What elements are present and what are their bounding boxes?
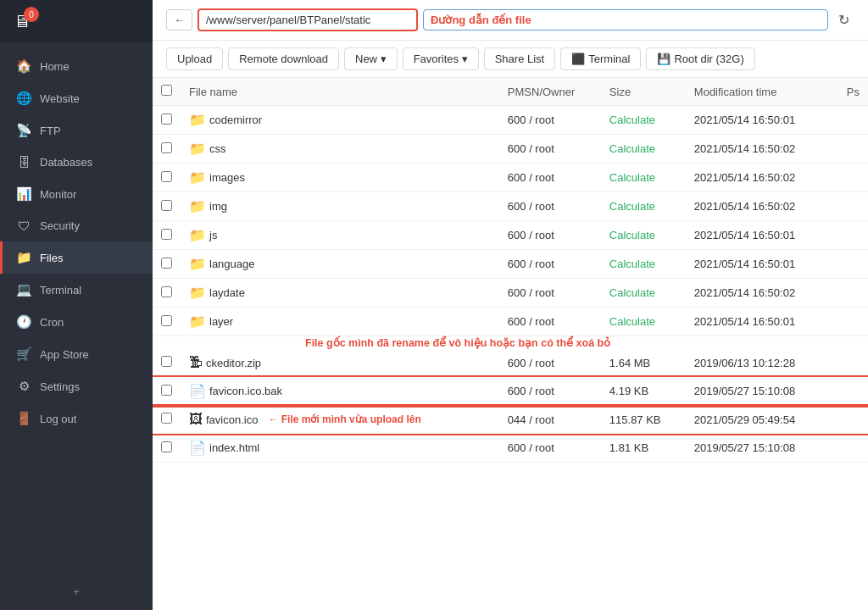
back-button[interactable]: ← <box>166 9 192 30</box>
files-icon: 📁 <box>16 250 31 265</box>
file-ps <box>838 279 868 308</box>
ftp-icon: 📡 <box>16 123 31 138</box>
row-checkbox-cell <box>153 250 181 279</box>
file-pmsn: 600 / root <box>499 192 601 221</box>
path-input-wrap <box>198 8 418 31</box>
row-checkbox[interactable] <box>161 142 172 153</box>
calculate-link[interactable]: Calculate <box>609 142 655 155</box>
file-size-cell: Calculate <box>601 279 686 308</box>
calculate-link[interactable]: Calculate <box>609 114 655 126</box>
calculate-link[interactable]: Calculate <box>609 200 655 213</box>
row-checkbox[interactable] <box>161 171 172 182</box>
file-name[interactable]: favicon.ico <box>206 413 258 426</box>
calculate-link[interactable]: Calculate <box>609 258 655 270</box>
file-size: 4.19 KB <box>609 385 648 397</box>
refresh-button[interactable]: ↻ <box>833 10 854 30</box>
calculate-link[interactable]: Calculate <box>609 229 655 241</box>
zip-icon <box>189 355 203 370</box>
sidebar-item-home[interactable]: 🏠 Home <box>0 50 153 82</box>
sidebar-item-settings[interactable]: ⚙ Settings <box>0 370 153 402</box>
new-button[interactable]: New ▾ <box>344 47 398 70</box>
file-size-cell: 1.81 KB <box>601 434 686 463</box>
upload-button[interactable]: Upload <box>166 47 223 70</box>
header-modification-time: Modification time <box>686 78 838 106</box>
terminal-button[interactable]: ⬛ Terminal <box>560 47 641 70</box>
file-name-cell: laydate <box>181 279 499 308</box>
row-checkbox[interactable] <box>161 413 172 424</box>
share-list-button[interactable]: Share List <box>484 47 556 70</box>
sidebar-item-files[interactable]: 📁 Files <box>0 241 153 274</box>
plus-icon: + <box>73 585 80 598</box>
favorites-button[interactable]: Favorites ▾ <box>403 47 479 70</box>
file-ps <box>838 349 868 377</box>
row-checkbox[interactable] <box>161 315 172 326</box>
ico-icon <box>189 412 203 427</box>
sidebar-item-cron[interactable]: 🕐 Cron <box>0 306 153 338</box>
calculate-link[interactable]: Calculate <box>609 171 655 184</box>
row-checkbox[interactable] <box>161 385 172 396</box>
file-pmsn: 600 / root <box>499 349 601 377</box>
file-name[interactable]: img <box>209 200 227 213</box>
row-checkbox[interactable] <box>161 258 172 269</box>
sidebar-item-label: Home <box>40 60 70 73</box>
sidebar-item-logout[interactable]: 🚪 Log out <box>0 402 153 435</box>
folder-icon <box>189 227 206 243</box>
path-input[interactable] <box>206 14 409 26</box>
sidebar-item-terminal[interactable]: 💻 Terminal <box>0 274 153 306</box>
sidebar-item-appstore[interactable]: 🛒 App Store <box>0 338 153 370</box>
file-mod-time: 2021/05/14 16:50:01 <box>686 221 838 250</box>
calculate-link[interactable]: Calculate <box>609 315 655 328</box>
annotation-row: File gốc mình đã rename để vô hiệu hoặc … <box>153 336 868 350</box>
root-dir-button[interactable]: 💾 Root dir (32G) <box>646 47 754 70</box>
calculate-link[interactable]: Calculate <box>609 286 655 299</box>
sidebar-item-website[interactable]: 🌐 Website <box>0 82 153 114</box>
row-checkbox[interactable] <box>161 286 172 297</box>
file-table-wrap: File name PMSN/Owner Size Modification t… <box>153 78 868 610</box>
header-ps: Ps <box>838 78 868 106</box>
table-row: favicon.ico.bak 600 / root 4.19 KB 2019/… <box>153 377 868 406</box>
sidebar-item-label: App Store <box>40 348 89 361</box>
file-name-cell: ckeditor.zip <box>181 349 499 377</box>
row-checkbox[interactable] <box>161 114 172 125</box>
sidebar-item-label: Terminal <box>40 284 81 297</box>
sidebar-item-ftp[interactable]: 📡 FTP <box>0 114 153 147</box>
sidebar-item-label: Monitor <box>40 188 76 201</box>
row-checkbox-cell <box>153 308 181 336</box>
file-size-cell: 4.19 KB <box>601 377 686 406</box>
file-name[interactable]: laydate <box>209 286 245 299</box>
row-checkbox[interactable] <box>161 200 172 211</box>
sidebar-item-databases[interactable]: 🗄 Databases <box>0 147 153 178</box>
file-ps <box>838 308 868 336</box>
remote-download-button[interactable]: Remote download <box>228 47 339 70</box>
file-name[interactable]: ckeditor.zip <box>206 357 261 369</box>
terminal-icon: ⬛ <box>571 53 585 65</box>
file-name[interactable]: favicon.ico.bak <box>209 385 282 397</box>
sidebar-item-security[interactable]: 🛡 Security <box>0 210 153 241</box>
row-checkbox[interactable] <box>161 229 172 240</box>
sidebar-item-label: Files <box>40 252 63 264</box>
file-name[interactable]: js <box>209 229 217 241</box>
appstore-icon: 🛒 <box>16 347 31 362</box>
file-name[interactable]: index.html <box>209 441 259 454</box>
file-name[interactable]: css <box>209 142 226 155</box>
row-checkbox[interactable] <box>161 356 172 367</box>
file-mod-time: 2021/05/14 16:50:02 <box>686 279 838 308</box>
file-name[interactable]: codemirror <box>209 114 262 126</box>
file-ps <box>838 164 868 192</box>
file-name[interactable]: language <box>209 258 255 270</box>
file-size-cell: Calculate <box>601 192 686 221</box>
table-header-row: File name PMSN/Owner Size Modification t… <box>153 78 868 106</box>
notification-badge: 0 <box>24 7 39 22</box>
file-name[interactable]: layer <box>209 315 233 328</box>
add-button[interactable]: + <box>0 574 153 610</box>
folder-icon <box>189 285 206 301</box>
row-checkbox[interactable] <box>161 441 172 452</box>
sidebar-item-monitor[interactable]: 📊 Monitor <box>0 178 153 210</box>
file-name[interactable]: images <box>209 171 245 184</box>
root-dir-label: Root dir (32G) <box>674 53 743 65</box>
select-all-checkbox[interactable] <box>161 85 172 96</box>
file-pmsn: 600 / root <box>499 279 601 308</box>
databases-icon: 🗄 <box>16 155 31 169</box>
file-size-cell: Calculate <box>601 308 686 336</box>
file-name-cell: js <box>181 221 499 250</box>
